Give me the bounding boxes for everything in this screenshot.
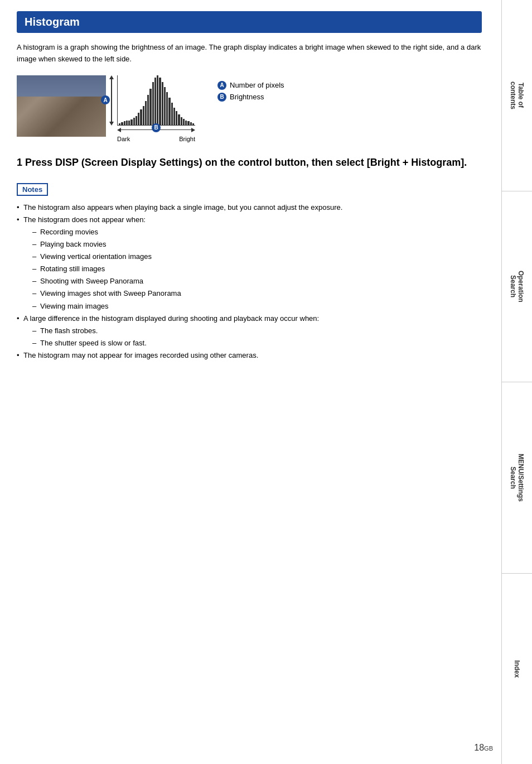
sidebar-tab-index[interactable]: Index bbox=[502, 574, 532, 765]
sub-item: Viewing images shot with Sweep Panorama bbox=[32, 287, 482, 300]
histogram-bar bbox=[190, 122, 192, 125]
diagram-area: A B Dark Bright A Number of pixels B bbox=[17, 75, 482, 142]
histogram-bar bbox=[185, 121, 187, 125]
histogram-bar bbox=[126, 121, 128, 125]
note-3-sublist: The flash strobes. The shutter speed is … bbox=[32, 325, 482, 349]
histogram-bar bbox=[133, 118, 135, 124]
histogram-bar bbox=[181, 117, 182, 125]
histogram-bar bbox=[145, 101, 147, 125]
arrow-left-icon bbox=[117, 128, 121, 132]
histogram-bar bbox=[149, 89, 151, 124]
sidebar-tab-operation-search[interactable]: OperationSearch bbox=[502, 191, 532, 383]
histogram-bar bbox=[187, 121, 189, 124]
histogram-bar bbox=[173, 108, 175, 125]
main-content: Histogram A histogram is a graph showing… bbox=[0, 0, 499, 384]
histogram-bar bbox=[140, 109, 142, 125]
label-b-circle: B bbox=[152, 123, 161, 132]
legend-circle-a: A bbox=[217, 81, 226, 90]
legend-a-text: Number of pixels bbox=[230, 81, 284, 89]
sub-item: Shooting with Sweep Panorama bbox=[32, 275, 482, 287]
page-number: 18GB bbox=[474, 743, 493, 753]
notes-label: Notes bbox=[17, 183, 48, 196]
histogram-bar bbox=[164, 87, 166, 125]
legend-area: A Number of pixels B Brightness bbox=[217, 81, 284, 102]
histogram-bar bbox=[166, 92, 168, 124]
histogram-bar bbox=[143, 106, 144, 125]
histogram-bar bbox=[157, 75, 158, 125]
sub-item: The shutter speed is slow or fast. bbox=[32, 337, 482, 349]
arrow-up-icon bbox=[109, 75, 114, 79]
sample-photo bbox=[17, 75, 106, 137]
note-item-2: The histogram does not appear when: Reco… bbox=[17, 214, 482, 313]
note-item-4: The histogram may not appear for images … bbox=[17, 349, 482, 362]
histogram-bar bbox=[136, 116, 137, 124]
histogram-diagram: A B Dark Bright bbox=[117, 75, 195, 142]
sidebar-tab-table-of-contents[interactable]: Table ofcontents bbox=[502, 0, 532, 191]
histogram-bar bbox=[154, 78, 156, 124]
note-2-sublist: Recording movies Playing back movies Vie… bbox=[32, 226, 482, 313]
histogram-bar bbox=[152, 82, 154, 125]
histogram-bar bbox=[128, 121, 130, 125]
histogram-bar bbox=[124, 121, 125, 124]
step-1-section: 1 Press DISP (Screen Display Settings) o… bbox=[17, 156, 482, 170]
sidebar-tab-menu-settings-search[interactable]: MENU/SettingsSearch bbox=[502, 382, 532, 574]
sub-item: Viewing main images bbox=[32, 300, 482, 313]
legend-item-a: A Number of pixels bbox=[217, 81, 284, 90]
histogram-bar bbox=[176, 111, 177, 125]
histogram-bar bbox=[119, 123, 120, 125]
arrow-right-icon bbox=[191, 128, 195, 132]
step-1-heading: 1 Press DISP (Screen Display Settings) o… bbox=[17, 156, 482, 170]
arrow-line bbox=[111, 79, 112, 122]
sub-item: Rotating still images bbox=[32, 263, 482, 275]
sub-item: Recording movies bbox=[32, 226, 482, 238]
histogram-bars bbox=[118, 75, 195, 125]
sidebar: Table ofcontents OperationSearch MENU/Se… bbox=[501, 0, 532, 764]
histogram-bar bbox=[178, 114, 180, 124]
arrow-down-icon bbox=[109, 122, 114, 126]
sub-item: Playing back movies bbox=[32, 238, 482, 251]
histogram-bar bbox=[121, 122, 123, 125]
legend-b-text: Brightness bbox=[230, 93, 264, 101]
axis-labels: Dark Bright bbox=[117, 136, 195, 142]
page-title: Histogram bbox=[17, 11, 482, 33]
sub-item: The flash strobes. bbox=[32, 325, 482, 337]
histogram-bar bbox=[130, 119, 132, 124]
histogram-bar bbox=[192, 123, 194, 125]
histogram-bar bbox=[183, 119, 185, 125]
label-a-circle: A bbox=[101, 95, 110, 104]
sub-item: Viewing vertical orientation images bbox=[32, 251, 482, 263]
histogram-bar bbox=[162, 82, 163, 125]
dark-label: Dark bbox=[117, 136, 130, 142]
bright-label: Bright bbox=[179, 136, 195, 142]
histogram-bar bbox=[171, 103, 173, 125]
histogram-graph: A bbox=[117, 75, 195, 126]
histogram-bar bbox=[168, 98, 170, 125]
legend-item-b: B Brightness bbox=[217, 93, 284, 102]
intro-text: A histogram is a graph showing the brigh… bbox=[17, 42, 482, 65]
note-item-1: The histogram also appears when playing … bbox=[17, 201, 482, 214]
histogram-bar bbox=[159, 78, 161, 124]
note-item-3: A large difference in the histogram disp… bbox=[17, 313, 482, 349]
notes-list: The histogram also appears when playing … bbox=[17, 201, 482, 362]
histogram-bar bbox=[138, 113, 139, 124]
legend-circle-b: B bbox=[217, 93, 226, 102]
histogram-bar bbox=[147, 95, 149, 125]
horizontal-axis: B bbox=[117, 128, 195, 132]
notes-section: Notes The histogram also appears when pl… bbox=[17, 183, 482, 362]
